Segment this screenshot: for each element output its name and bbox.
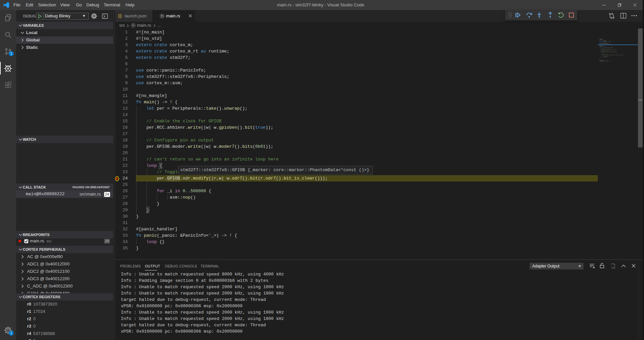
svg-text:R: R xyxy=(132,24,134,27)
svg-text:R: R xyxy=(161,14,163,18)
